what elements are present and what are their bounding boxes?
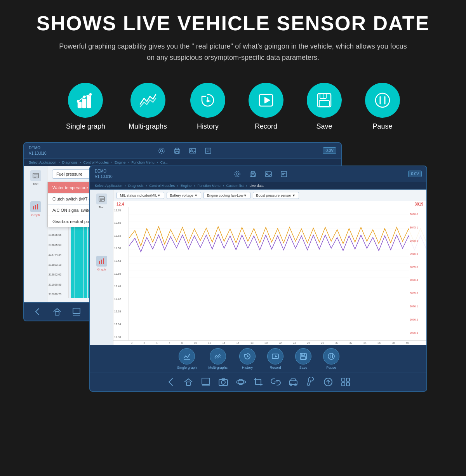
front-upload-btn[interactable] [322, 376, 334, 388]
back-nav-btn[interactable] [32, 306, 43, 317]
front-chart-value-right: 3019 [415, 202, 423, 206]
front-sidebar-text-btn[interactable]: Text [96, 194, 107, 209]
svg-rect-98 [346, 383, 350, 386]
front-dd-cooling[interactable]: Engine cooling fan-Low▼ [203, 192, 250, 199]
front-window-btn[interactable] [200, 376, 212, 388]
svg-rect-84 [256, 379, 261, 385]
front-screen: DEMO V1.10.010 0.0V Select Application› … [89, 166, 427, 392]
front-car-btn[interactable] [287, 376, 299, 388]
history-icon [198, 91, 217, 110]
toolbar-save-circle [295, 348, 311, 364]
toolbar-single-graph-circle [179, 348, 195, 364]
image-icon[interactable] [189, 147, 196, 155]
svg-point-15 [376, 93, 389, 107]
settings-icon[interactable] [158, 147, 165, 155]
home-nav-btn[interactable] [51, 306, 63, 317]
front-y-axis: 12.70 12.66 12.62 12.58 12.54 12.50 12.4… [113, 207, 129, 340]
graph-label: Graph [31, 213, 40, 217]
svg-rect-72 [301, 357, 306, 359]
back-version-label: V1.10.010 [29, 151, 47, 156]
sidebar-text-btn[interactable]: Text [30, 170, 41, 186]
svg-point-18 [160, 150, 163, 152]
toolbar-save-icon [299, 352, 308, 361]
front-right-values: 3098.0 3045.1 2978.5 2916.3 2055.0 1076.… [409, 207, 426, 340]
subtitle: Powerful graphing capability gives you t… [58, 41, 408, 63]
toolbar-multi-graphs[interactable]: Multi-graphs [209, 348, 228, 370]
edit-icon[interactable] [204, 147, 212, 155]
save-circle [307, 83, 342, 118]
sidebar-graph-btn[interactable]: Graph [30, 201, 41, 217]
front-text-icon [98, 195, 105, 202]
front-chart-value-left: 12.4 [116, 202, 124, 206]
front-edit-icon[interactable] [280, 170, 288, 178]
svg-point-4 [83, 96, 85, 98]
svg-rect-33 [35, 205, 36, 209]
svg-point-82 [238, 379, 243, 385]
front-screen-content: Text Graph MIL status indicator(MIL▼ [90, 190, 426, 345]
icon-item-save[interactable]: Save [307, 83, 342, 131]
front-screen-toolbar [233, 170, 288, 178]
back-sidebar: Text Graph [24, 166, 47, 302]
svg-rect-25 [205, 148, 211, 153]
front-back-btn[interactable] [165, 376, 177, 388]
toolbar-history[interactable]: History [239, 348, 256, 370]
svg-rect-41 [251, 171, 254, 173]
screenshot-wrapper: DEMO V1.10.010 0.0V Select Application ›… [16, 142, 450, 375]
front-chart-top-values: 12.4 3019 [113, 201, 426, 207]
back-dropdown-value: Fuel pressure [56, 172, 82, 176]
printer-icon[interactable] [173, 147, 181, 155]
toolbar-history-label: History [242, 366, 253, 370]
history-label: History [197, 122, 219, 131]
icon-item-history[interactable]: History [190, 83, 225, 131]
svg-marker-10 [265, 98, 270, 103]
icons-row: Single graph Multi-graphs History [0, 71, 466, 138]
front-dd-mil[interactable]: MIL status indicator(MIL▼ [116, 192, 164, 199]
save-icon [315, 91, 334, 110]
toolbar-save[interactable]: Save [295, 348, 311, 370]
home-icon [52, 307, 62, 316]
front-dd-battery-label: Battery voltage ▼ [170, 194, 198, 197]
multi-graphs-icon [138, 91, 158, 110]
icon-item-record[interactable]: Record [249, 83, 283, 131]
toolbar-pause[interactable]: Pause [323, 348, 339, 370]
back-screen-header: DEMO V1.10.010 0.0V [24, 143, 341, 159]
front-home-btn[interactable] [183, 376, 194, 388]
toolbar-record-label: Record [270, 366, 281, 370]
icon-item-multi-graphs[interactable]: Multi-graphs [129, 83, 167, 131]
svg-rect-96 [346, 378, 350, 381]
window-nav-btn[interactable] [71, 306, 82, 317]
front-graph-icon-bg [96, 256, 107, 267]
front-image-icon[interactable] [264, 170, 272, 178]
front-crop-btn[interactable] [252, 376, 264, 388]
front-sidebar-graph-btn[interactable]: Graph [96, 256, 107, 271]
icon-item-single-graph[interactable]: Single graph [66, 83, 105, 131]
header-section: SHOWS LIVE VEHICLE SENSOR DATE Powerful … [0, 0, 466, 71]
front-camera-btn[interactable] [217, 376, 229, 388]
back-voltage: 0.0V [323, 147, 336, 154]
svg-point-38 [236, 173, 238, 175]
front-settings-icon[interactable] [233, 170, 241, 178]
svg-point-3 [77, 101, 79, 102]
front-text-icon-bg [96, 194, 107, 204]
front-dd-boost[interactable]: Boost pressure sensor ▼ [253, 192, 299, 199]
single-graph-icon [76, 91, 95, 110]
front-graph-icon [98, 258, 105, 265]
toolbar-record[interactable]: Record [267, 348, 283, 370]
front-printer-icon[interactable] [249, 170, 257, 178]
front-main: MIL status indicator(MIL▼ Battery voltag… [113, 190, 426, 345]
icon-item-pause[interactable]: Pause [365, 83, 400, 131]
front-link-btn[interactable] [270, 376, 282, 388]
front-grid-btn[interactable] [340, 376, 351, 388]
front-grid-icon [341, 377, 351, 387]
svg-rect-78 [202, 378, 210, 384]
front-dd-battery[interactable]: Battery voltage ▼ [167, 192, 201, 199]
front-demo-info: DEMO V1.10.010 [95, 169, 113, 180]
front-camera-icon [218, 377, 228, 387]
svg-rect-2 [87, 96, 90, 108]
front-wrench-btn[interactable] [305, 376, 316, 388]
multi-graphs-circle [130, 83, 165, 118]
svg-point-5 [90, 94, 91, 95]
front-planet-btn[interactable] [235, 376, 247, 388]
toolbar-pause-icon [327, 352, 336, 361]
toolbar-single-graph[interactable]: Single graph [177, 348, 197, 370]
